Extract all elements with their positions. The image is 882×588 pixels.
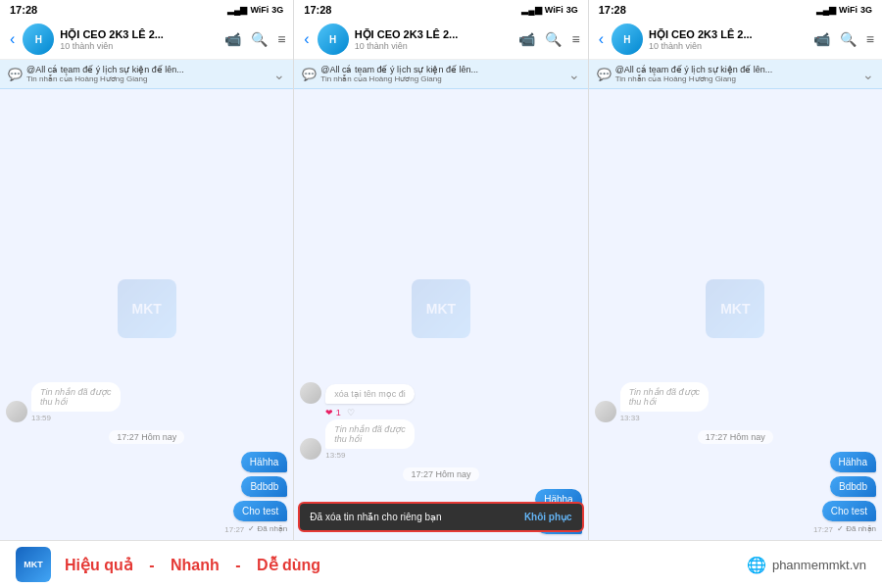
time-left: 17:28 [10,4,37,16]
announcement-text-right: @All cả team để ý lịch sự kiện để lên...… [615,65,773,83]
tagline-nhanh: Nhanh [171,557,220,573]
list-item: Hähha [6,452,287,472]
watermark-logo-right: MKT [706,279,764,338]
list-item: ❤ 1 ♡ Tin nhắn đã được thu hồi 13:59 [300,408,581,460]
msg-time: 17:27 [224,525,244,534]
signal-icon-mid: ▂▄▆ [521,5,541,15]
battery-icon-left: 3G [271,5,283,15]
wifi-icon-left: WiFi [250,5,269,15]
member-count-left: 10 thành viên [60,41,219,51]
ann-main-text-right: @All cả team để ý lịch sự kiện để lên... [615,65,773,74]
watermark-mid: MKT [412,279,470,338]
avatar [300,438,321,460]
list-item: xóa tại tên mọc đi [300,382,581,404]
reaction-empty-mid: ♡ [347,408,355,417]
announcement-right: 💬 @All cả team để ý lịch sự kiện để lên.… [589,60,882,89]
signal-icon-right: ▂▄▆ [816,5,836,15]
video-icon-right[interactable]: 📹 [813,31,830,47]
battery-icon-mid: 3G [566,5,578,15]
chat-area-mid: MKT xóa tại tên mọc đi ❤ 1 ♡ Tin nhắn đã… [294,89,587,540]
bottom-banner: MKT Hiệu quả - Nhanh - Dễ dùng 🌐 phanmem… [0,540,882,588]
outgoing-bubble: Cho test [233,501,287,521]
status-bar-right: 17:28 ▂▄▆ WiFi 3G [589,0,882,20]
announcement-text-left: @All cả team để ý lịch sự kiện để lên...… [26,65,184,83]
date-divider-mid: 17:27 Hôm nay [403,467,478,481]
group-avatar-left: H [23,24,54,55]
avatar [595,401,616,422]
logo-text: MKT [24,560,43,569]
recalled-text-left: Tin nhắn đã được thu hồi [31,382,121,412]
msg-status: ✓ Đã nhận [248,524,287,533]
date-divider-left: 17:27 Hôm nay [109,430,184,444]
tagline: Hiệu quả - Nhanh - Dễ dùng [59,556,326,574]
ann-main-text-left: @All cả team để ý lịch sự kiện để lên... [26,65,184,74]
video-icon-mid[interactable]: 📹 [518,31,535,47]
wifi-icon-right: WiFi [839,5,858,15]
chat-header-right: ‹ H HỘI CEO 2K3 LÊ 2... 10 thành viên 📹 … [589,20,882,60]
search-icon-left[interactable]: 🔍 [251,31,268,47]
ann-sub-text-mid: Tin nhắn của Hoàng Hương Giang [320,74,478,83]
outgoing-bubble: Cho test [822,501,876,521]
announcement-icon-left: 💬 [8,68,23,81]
list-item: Bdbdb [595,476,876,497]
banner-right: 🌐 phanmemmkt.vn [747,556,866,574]
msg-time: 17:27 [813,525,833,534]
group-avatar-mid: H [318,24,349,55]
header-icons-right: 📹 🔍 ≡ [813,31,874,47]
time-mid: 17:28 [304,4,331,16]
website-url: phanmemmkt.vn [772,558,866,572]
recalled-bubble-right: Tin nhắn đã được thu hồi 13:33 [620,382,739,422]
video-icon-left[interactable]: 📹 [224,31,241,47]
snackbar-text-mid: Đã xóa tin nhắn cho riêng bạn [310,512,441,522]
announcement-text-mid: @All cả team để ý lịch sự kiện để lên...… [320,65,478,83]
menu-icon-left[interactable]: ≡ [277,31,285,47]
header-info-mid: HỘI CEO 2K3 LÊ 2... 10 thành viên [355,28,514,51]
header-info-right: HỘI CEO 2K3 LÊ 2... 10 thành viên [649,28,808,51]
member-count-mid: 10 thành viên [355,41,514,51]
recalled-bubble-mid: ❤ 1 ♡ Tin nhắn đã được thu hồi 13:59 [325,408,444,460]
msg-status: ✓ Đã nhận [837,524,876,533]
panel-right: 17:28 ▂▄▆ WiFi 3G ‹ H HỘI CEO 2K3 LÊ 2..… [589,0,882,540]
expand-announcement-mid[interactable]: ⌄ [568,67,580,82]
status-icons-mid: ▂▄▆ WiFi 3G [521,5,577,15]
search-icon-right[interactable]: 🔍 [840,31,857,47]
header-icons-left: 📹 🔍 ≡ [224,31,285,47]
expand-announcement-left[interactable]: ⌄ [273,67,285,82]
group-name-right: HỘI CEO 2K3 LÊ 2... [649,28,808,41]
back-button-left[interactable]: ‹ [8,30,17,48]
globe-icon: 🌐 [747,556,766,574]
menu-icon-mid[interactable]: ≡ [571,31,579,47]
ann-sub-text-left: Tin nhắn của Hoàng Hương Giang [26,74,184,83]
snackbar-action-mid[interactable]: Khôi phục [524,512,572,522]
chat-header-left: ‹ H HỘI CEO 2K3 LÊ 2... 10 thành viên 📹 … [0,20,293,60]
tagline-hieuqua: Hiệu quả [65,557,133,573]
status-icons-left: ▂▄▆ WiFi 3G [227,5,283,15]
search-icon-mid[interactable]: 🔍 [545,31,562,47]
time-right: 17:28 [599,4,626,16]
group-name-mid: HỘI CEO 2K3 LÊ 2... [355,28,514,41]
member-count-right: 10 thành viên [649,41,808,51]
watermark-right: MKT [706,279,764,338]
recalled-bubble-left: Tin nhắn đã được thu hồi 13:59 [31,382,150,422]
msg-time-left: 13:59 [31,414,150,422]
mkt-logo: MKT [16,547,51,582]
back-button-mid[interactable]: ‹ [302,30,311,48]
expand-announcement-right[interactable]: ⌄ [862,67,874,82]
back-button-right[interactable]: ‹ [597,30,606,48]
banner-left: MKT Hiệu quả - Nhanh - Dễ dùng [16,547,326,582]
list-item: Hähha [595,452,876,472]
outgoing-bubble: Hähha [830,452,876,472]
tagline-dedung: Dễ dùng [257,557,320,573]
reaction-heart-mid: ❤ 1 [325,408,341,417]
header-info-left: HỘI CEO 2K3 LÊ 2... 10 thành viên [60,28,219,51]
announcement-mid: 💬 @All cả team để ý lịch sự kiện để lên.… [294,60,587,89]
battery-icon-right: 3G [860,5,872,15]
menu-icon-right[interactable]: ≡ [866,31,874,47]
status-bar-mid: 17:28 ▂▄▆ WiFi 3G [294,0,587,20]
tagline-sep2: - [235,557,245,573]
panel-middle: 17:28 ▂▄▆ WiFi 3G ‹ H HỘI CEO 2K3 LÊ 2..… [294,0,588,540]
avatar [6,401,27,422]
list-item: Cho test 17:27 ✓ Đã nhận [595,501,876,534]
chat-header-mid: ‹ H HỘI CEO 2K3 LÊ 2... 10 thành viên 📹 … [294,20,587,60]
outgoing-bubble: Hähha [241,452,287,472]
